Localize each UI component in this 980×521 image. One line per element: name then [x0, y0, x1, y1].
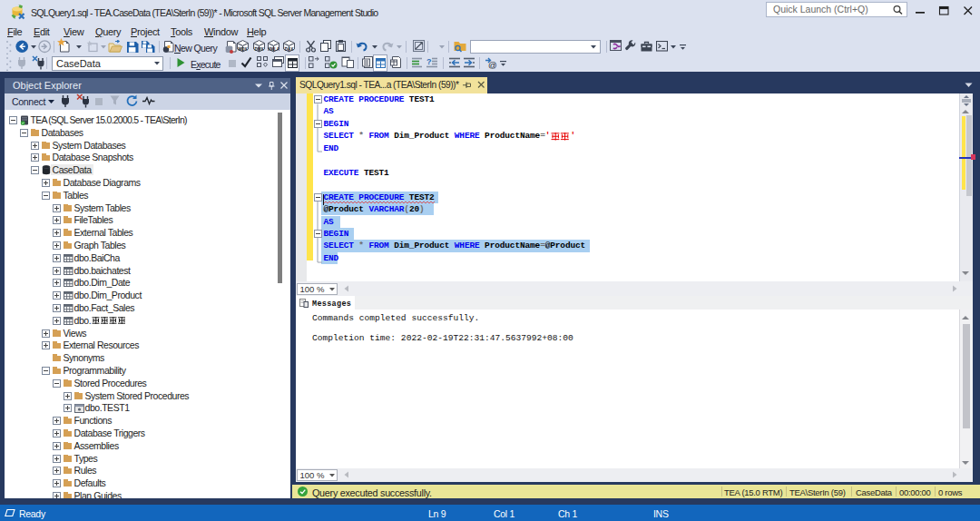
svg-text:DAX: DAX — [285, 47, 295, 52]
svg-text:?: ? — [426, 57, 432, 66]
svg-text:MDX: MDX — [238, 47, 248, 52]
svg-text:DMX: DMX — [254, 47, 264, 52]
svg-text:@: @ — [488, 60, 497, 70]
svg-text:XMLA: XMLA — [268, 47, 279, 52]
